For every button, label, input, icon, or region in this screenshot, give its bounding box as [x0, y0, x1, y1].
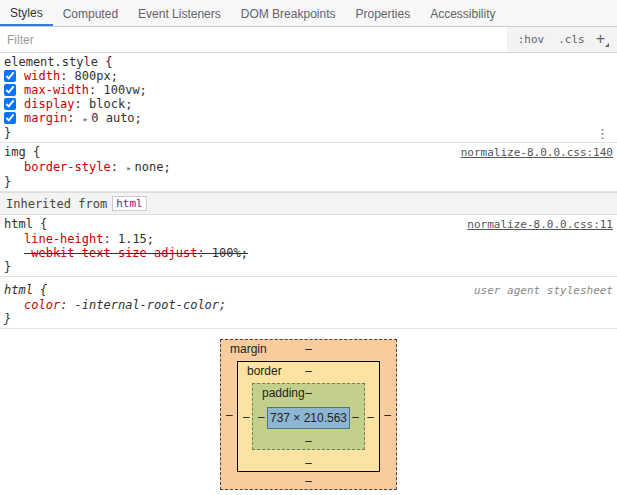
- padding-top-value[interactable]: –: [305, 386, 312, 400]
- rule-html-normalize: html { normalize-8.0.0.css:11 line-heigh…: [0, 215, 617, 277]
- rule-img: img { normalize-8.0.0.css:140 border-sty…: [0, 143, 617, 192]
- content-size-value: 737 × 210.563: [270, 411, 347, 425]
- property-value[interactable]: 800px;: [75, 69, 118, 83]
- box-model-margin-box[interactable]: margin – – – – border – – – – padding – …: [220, 339, 397, 490]
- property-name[interactable]: display: [24, 97, 75, 111]
- css-property-row: color: -internal-root-color;: [0, 298, 617, 312]
- box-model-diagram: margin – – – – border – – – – padding – …: [0, 329, 617, 490]
- tab-computed[interactable]: Computed: [53, 1, 128, 26]
- rule-close-brace: }: [0, 175, 617, 189]
- rule-close-brace: }: [0, 126, 617, 140]
- padding-bottom-value[interactable]: –: [305, 434, 312, 448]
- box-model-border-box[interactable]: border – – – – padding – – – – 737 × 210…: [237, 361, 380, 472]
- border-bottom-value[interactable]: –: [305, 456, 312, 470]
- toggle-element-state-button[interactable]: :hov: [513, 31, 550, 48]
- property-separator: :: [60, 69, 74, 83]
- expand-shorthand-icon[interactable]: ▸: [82, 114, 91, 124]
- border-right-value[interactable]: –: [367, 410, 374, 424]
- property-name[interactable]: width: [24, 69, 60, 83]
- box-model-padding-box[interactable]: padding – – – – 737 × 210.563: [252, 383, 365, 450]
- property-value[interactable]: none;: [135, 160, 171, 174]
- property-toggle-checkbox[interactable]: [4, 84, 16, 96]
- selector-text[interactable]: html {: [4, 283, 47, 297]
- selector-line: html { normalize-8.0.0.css:11: [0, 217, 617, 232]
- property-separator: :: [111, 160, 125, 174]
- selector-text[interactable]: element.style {: [4, 55, 112, 69]
- property-separator: :: [75, 97, 89, 111]
- styles-filter-bar: :hov .cls +: [0, 27, 617, 53]
- stylesheet-origin-label: user agent stylesheet: [474, 284, 613, 298]
- property-separator: :: [60, 298, 74, 312]
- css-property-row: border-style: ▸none;: [0, 160, 617, 175]
- inherited-from-label: Inherited from: [6, 197, 107, 211]
- padding-left-value[interactable]: –: [258, 410, 265, 424]
- property-separator: :: [89, 83, 103, 97]
- property-name[interactable]: -webkit-text-size-adjust: [24, 246, 197, 260]
- property-toggle-checkbox[interactable]: [4, 112, 16, 124]
- css-property-row: line-height: 1.15;: [0, 232, 617, 246]
- inherited-node-link[interactable]: html: [112, 196, 147, 211]
- property-value[interactable]: 100%;: [212, 246, 248, 260]
- css-property-row: width: 800px;: [0, 69, 617, 83]
- margin-left-value[interactable]: –: [226, 408, 233, 422]
- property-name[interactable]: line-height: [24, 232, 103, 246]
- margin-label: margin: [230, 342, 267, 356]
- filter-input[interactable]: [0, 27, 507, 52]
- css-property-row: margin: ▸0 auto;: [0, 111, 617, 126]
- margin-bottom-value[interactable]: –: [305, 474, 312, 488]
- box-model-content-box[interactable]: 737 × 210.563: [267, 407, 350, 429]
- padding-right-value[interactable]: –: [352, 410, 359, 424]
- property-name[interactable]: max-width: [24, 83, 89, 97]
- property-value[interactable]: -internal-root-color;: [75, 298, 227, 312]
- styles-pane: element.style { width: 800px; max-width:…: [0, 53, 617, 329]
- rule-element-style: element.style { width: 800px; max-width:…: [0, 53, 617, 143]
- tab-accessibility[interactable]: Accessibility: [420, 1, 505, 26]
- selector-line: img { normalize-8.0.0.css:140: [0, 145, 617, 160]
- border-top-value[interactable]: –: [305, 364, 312, 378]
- property-value[interactable]: block;: [89, 97, 132, 111]
- new-style-rule-button[interactable]: +: [594, 31, 609, 49]
- selector-line[interactable]: element.style {: [0, 55, 617, 69]
- css-property-row: display: block;: [0, 97, 617, 111]
- rule-close-brace: }: [0, 312, 617, 326]
- selector-line: html { user agent stylesheet: [0, 283, 617, 298]
- tab-dom-breakpoints[interactable]: DOM Breakpoints: [231, 1, 346, 26]
- filter-bar-controls: :hov .cls +: [507, 27, 617, 52]
- rule-close-brace: }: [0, 260, 617, 274]
- padding-label: padding: [262, 386, 305, 400]
- property-value[interactable]: 100vw;: [103, 83, 146, 97]
- stylesheet-source-link[interactable]: normalize-8.0.0.css:11: [467, 218, 613, 232]
- property-toggle-checkbox[interactable]: [4, 70, 16, 82]
- selector-text[interactable]: img {: [4, 145, 40, 159]
- element-classes-button[interactable]: .cls: [553, 31, 590, 48]
- tab-properties[interactable]: Properties: [345, 1, 420, 26]
- margin-top-value[interactable]: –: [305, 342, 312, 356]
- css-property-row: max-width: 100vw;: [0, 83, 617, 97]
- rule-html-user-agent: html { user agent stylesheet color: -int…: [0, 277, 617, 329]
- selector-text[interactable]: html {: [4, 217, 47, 231]
- css-property-row-overridden: -webkit-text-size-adjust: 100%;: [0, 246, 617, 260]
- rule-overflow-menu-icon[interactable]: ⋮: [596, 127, 609, 140]
- border-label: border: [247, 364, 282, 378]
- border-left-value[interactable]: –: [243, 410, 250, 424]
- property-toggle-checkbox[interactable]: [4, 98, 16, 110]
- inherited-from-section-header: Inherited from html: [0, 192, 617, 215]
- property-name[interactable]: color: [24, 298, 60, 312]
- property-value[interactable]: 0 auto;: [91, 111, 142, 125]
- property-separator: :: [103, 232, 117, 246]
- property-name[interactable]: margin: [24, 111, 67, 125]
- devtools-sidebar-tabbar: Styles Computed Event Listeners DOM Brea…: [0, 0, 617, 27]
- property-separator: :: [197, 246, 211, 260]
- expand-shorthand-icon[interactable]: ▸: [125, 163, 134, 173]
- property-separator: :: [67, 111, 81, 125]
- property-value[interactable]: 1.15;: [118, 232, 154, 246]
- tab-event-listeners[interactable]: Event Listeners: [128, 1, 231, 26]
- property-name[interactable]: border-style: [24, 160, 111, 174]
- margin-right-value[interactable]: –: [384, 408, 391, 422]
- stylesheet-source-link[interactable]: normalize-8.0.0.css:140: [461, 146, 613, 160]
- tab-styles[interactable]: Styles: [0, 1, 53, 26]
